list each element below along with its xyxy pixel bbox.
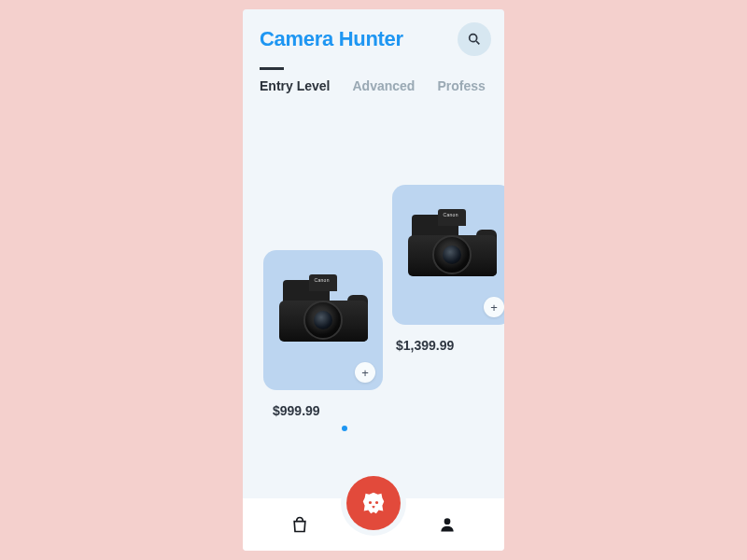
person-icon <box>438 515 457 534</box>
add-to-cart-button[interactable]: + <box>484 297 504 317</box>
plus-icon: + <box>361 366 369 380</box>
plus-icon: + <box>490 301 498 315</box>
lion-icon <box>359 489 388 517</box>
product-card[interactable]: Canon + <box>392 185 504 325</box>
nav-profile-button[interactable] <box>437 514 458 535</box>
svg-line-1 <box>476 41 479 44</box>
product-card[interactable]: Canon + <box>263 250 383 390</box>
add-to-cart-button[interactable]: + <box>355 362 375 383</box>
tab-entry-level[interactable]: Entry Level <box>260 78 330 97</box>
category-tabs: Entry Level Advanced Profess <box>243 63 504 97</box>
app-screen: Camera Hunter Entry Level Advanced Profe… <box>243 9 504 551</box>
tab-advanced[interactable]: Advanced <box>352 78 415 97</box>
fab-main-button[interactable] <box>346 476 401 530</box>
nav-shop-button[interactable] <box>289 514 310 535</box>
svg-point-2 <box>444 518 451 525</box>
svg-point-4 <box>375 501 378 504</box>
header: Camera Hunter <box>243 9 504 63</box>
search-button[interactable] <box>458 22 491 56</box>
app-title: Camera Hunter <box>260 27 450 51</box>
camera-image: Canon <box>408 209 497 276</box>
product-price: $999.99 <box>273 403 320 418</box>
svg-point-0 <box>470 35 477 42</box>
svg-point-3 <box>369 501 372 504</box>
product-carousel[interactable]: Canon + Canon + $999.99 $1,399.99 <box>243 105 504 441</box>
tab-professional[interactable]: Profess <box>437 78 485 97</box>
camera-brand-label: Canon <box>444 212 458 217</box>
search-icon <box>467 32 482 47</box>
camera-brand-label: Canon <box>315 277 330 283</box>
camera-image: Canon <box>279 274 368 342</box>
bag-icon <box>290 515 309 534</box>
product-price: $1,399.99 <box>396 338 454 353</box>
page-indicator-dot <box>342 426 347 431</box>
